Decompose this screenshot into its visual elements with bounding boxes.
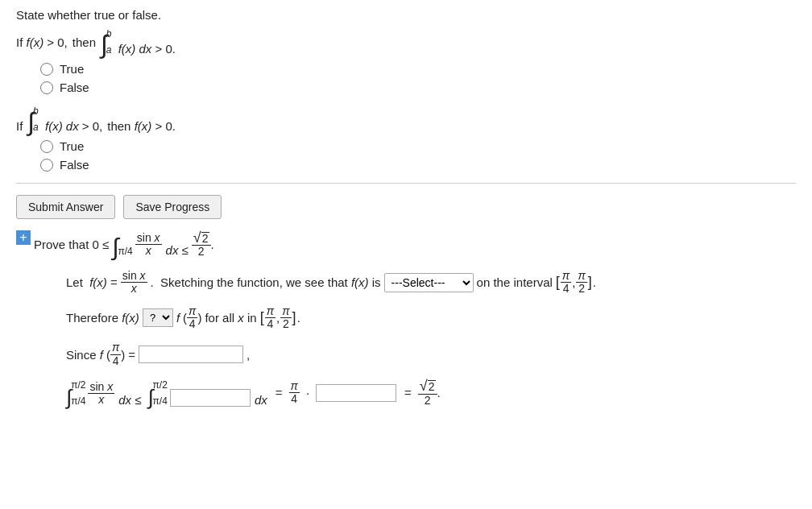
t-interval-frac1-num: π <box>265 305 276 318</box>
problem-1-block: If f(x) > 0, then ∫ b a f(x) dx > 0. Tru… <box>16 28 796 94</box>
f-arg-den: 4 <box>188 318 197 330</box>
prove-frac-den: x <box>144 245 153 257</box>
let-frac-den: x <box>130 283 139 295</box>
since-value-input[interactable] <box>139 346 243 363</box>
f-arg-num: π <box>187 305 197 318</box>
upper-limit-2: b <box>33 106 39 117</box>
upper-limit-1: b <box>106 28 112 39</box>
final-sqrt-2: 2 <box>428 380 436 393</box>
p1-then-text: then <box>72 35 96 49</box>
dot-symbol: · <box>306 386 309 399</box>
integral-limits-2: b a <box>33 106 39 133</box>
therefore-pre: Therefore f(x) <box>66 311 139 325</box>
submit-button[interactable]: Submit Answer <box>16 195 115 219</box>
sqrt-2: 2 <box>201 232 209 245</box>
let-frac-num: sin x <box>121 270 147 283</box>
interval-period: . <box>593 275 596 289</box>
prove-integrand: sin x x <box>135 232 162 258</box>
lower-limit-2: a <box>33 122 39 133</box>
int1-integrand: sin x x <box>88 381 114 407</box>
bracket-left-2: [ <box>260 309 264 326</box>
interval-frac2-den: 2 <box>577 283 586 295</box>
f-arg-frac: π 4 <box>187 305 197 331</box>
pi-over-4: π 4 <box>289 380 300 406</box>
therefore-post: for all x in <box>205 311 256 325</box>
integral-equals1: = <box>276 386 283 399</box>
p2-post-text: then f(x) > 0. <box>107 119 176 133</box>
p2-true-label: True <box>60 139 84 153</box>
p1-false-option[interactable]: False <box>40 81 796 94</box>
p1-false-radio[interactable] <box>40 81 53 94</box>
therefore-arg: ( π 4 ) <box>183 305 201 331</box>
prove-integral: ∫ π/4 sin x x dx ≤ <box>112 232 188 258</box>
p2-false-label: False <box>60 158 89 172</box>
t-interval-frac2-den: 2 <box>281 318 291 330</box>
prove-section: + Prove that 0 ≤ ∫ π/4 sin x x dx ≤ <box>16 230 796 407</box>
prove-frac-num: sin x <box>135 232 162 245</box>
prove-dx: dx ≤ <box>166 243 188 257</box>
inequality-select[interactable]: ? ≤ ≥ = <box>143 308 173 327</box>
p2-false-radio[interactable] <box>40 159 53 172</box>
prove-bound-frac: √2 2 <box>192 230 211 259</box>
let-pre: Let f(x) = <box>66 275 118 289</box>
p2-integral: ∫ b a f(x) dx > 0, <box>27 106 102 133</box>
int1-den: x <box>97 394 106 406</box>
final-frac: √2 2 <box>418 379 437 407</box>
let-frac: sin x x <box>121 270 147 296</box>
button-row: Submit Answer Save Progress <box>16 195 796 219</box>
t-interval-comma: , <box>276 311 280 325</box>
t-interval-frac1-den: 4 <box>265 318 275 330</box>
function-behavior-select[interactable]: ---Select--- increasing decreasing non-n… <box>384 273 474 292</box>
p2-false-option[interactable]: False <box>40 158 796 172</box>
problem-2-options: True False <box>40 139 796 172</box>
expand-button[interactable]: + <box>16 230 31 245</box>
int2-upper: π/2 <box>153 379 168 391</box>
t-interval-frac2-num: π <box>280 305 291 318</box>
bracket-right-2: ] <box>292 309 296 326</box>
p1-true-radio[interactable] <box>40 63 53 76</box>
int2-blank <box>170 389 251 407</box>
p2-true-option[interactable]: True <box>40 139 796 153</box>
let-post: . Sketching the function, we see that f(… <box>151 275 381 289</box>
p2-pre-text: If <box>16 119 23 133</box>
p1-integrand: f(x) dx > 0. <box>118 42 176 56</box>
save-progress-button[interactable]: Save Progress <box>123 195 222 219</box>
prove-int-limits: π/4 <box>118 241 133 257</box>
therefore-f: f <box>176 311 180 325</box>
problem-1-statement: If f(x) > 0, then ∫ b a f(x) dx > 0. <box>16 28 796 56</box>
p2-true-radio[interactable] <box>40 140 53 153</box>
interval-frac1-den: 4 <box>561 283 571 295</box>
const-value-input[interactable] <box>316 384 396 402</box>
int1-expr: ∫ π/2 π/4 sin x x dx ≤ <box>66 379 141 407</box>
since-equals: = <box>128 348 135 362</box>
problem-2-statement: If ∫ b a f(x) dx > 0, then f(x) > 0. <box>16 106 796 133</box>
p1-false-label: False <box>60 81 89 94</box>
p2-integrand: f(x) dx > 0, <box>45 119 102 133</box>
since-comma: , <box>246 348 250 362</box>
therefore-period: . <box>297 311 300 325</box>
bracket-left-1: [ <box>556 274 560 291</box>
int2-expr: ∫ π/2 π/4 dx <box>147 379 267 407</box>
since-arg-num: π <box>110 341 121 354</box>
interval-frac1: π 4 <box>561 270 571 296</box>
int1-dx: dx ≤ <box>118 393 141 407</box>
final-period: . <box>437 386 441 399</box>
sqrt-symbol: √ <box>193 230 201 246</box>
p1-true-option[interactable]: True <box>40 62 796 76</box>
problem-1-options: True False <box>40 62 796 94</box>
integral-equals2: = <box>404 386 412 399</box>
int2-value-input[interactable] <box>170 389 251 407</box>
prove-intro: Prove that 0 ≤ <box>34 238 109 251</box>
f-close-paren: ) <box>197 311 201 325</box>
int1-frac: sin x x <box>88 381 114 407</box>
section-divider <box>16 183 796 184</box>
final-frac-num: √2 <box>418 379 437 394</box>
therefore-line: Therefore f(x) ? ≤ ≥ = f ( π 4 ) for all… <box>34 305 796 331</box>
bracket-right-1: ] <box>588 274 592 291</box>
p1-true-label: True <box>60 62 84 76</box>
prove-bound: √2 2 . <box>192 230 214 259</box>
section-title: State whether true or false. <box>16 8 796 22</box>
pi-frac: π 4 <box>289 380 300 406</box>
pi-over-4-den: 4 <box>289 393 299 405</box>
since-line: Since f ( π 4 ) = , <box>34 341 796 367</box>
